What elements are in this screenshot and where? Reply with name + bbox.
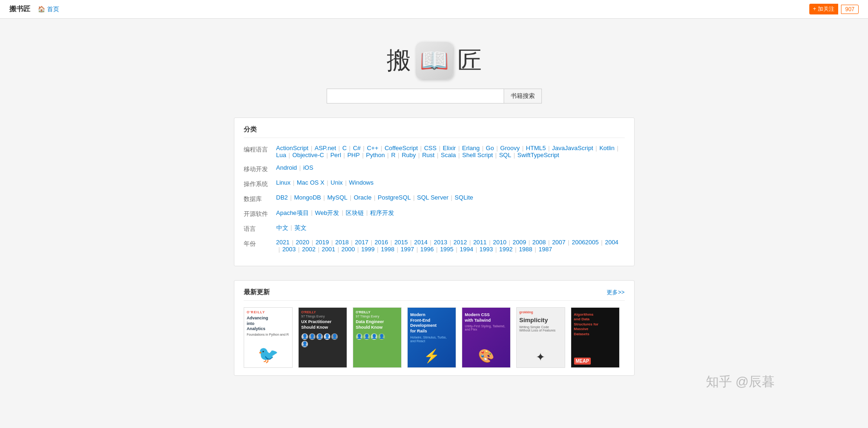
more-link[interactable]: 更多>> (607, 289, 624, 297)
lang-actionscript[interactable]: ActionScript (276, 145, 308, 152)
db-db2[interactable]: DB2 (276, 194, 288, 201)
lang-shellscript[interactable]: Shell Script (462, 152, 493, 159)
lang-html5[interactable]: HTML5 (526, 145, 546, 152)
year-2007[interactable]: 2007 (552, 239, 566, 246)
lang-kotlin[interactable]: Kotlin (599, 145, 615, 152)
book-item-7[interactable]: Algorithmsand DataStructures forMassiveD… (571, 307, 620, 368)
mobile-links: Android| iOS (276, 164, 625, 171)
lang-python[interactable]: Python (366, 152, 385, 159)
category-row-opensource: 开源软件 Apache项目| Web开发| 区块链| 程序开发 (244, 209, 625, 218)
os-progdev[interactable]: 程序开发 (370, 209, 394, 217)
category-row-programming: 编程语言 ActionScript| ASP.net| C| C#| C++| … (244, 145, 625, 159)
book1-animal-icon: 🐦 (258, 345, 279, 365)
lang-php[interactable]: PHP (347, 152, 360, 159)
year-2018[interactable]: 2018 (335, 239, 349, 246)
book-item-3[interactable]: O'REILLY 97 Things Every Data EngineerSh… (353, 307, 402, 368)
lang-erlang[interactable]: Erlang (462, 145, 480, 152)
db-sqlserver[interactable]: SQL Server (417, 194, 448, 201)
lang-ruby[interactable]: Ruby (402, 152, 416, 159)
os-windows[interactable]: Windows (349, 179, 374, 186)
year-1988[interactable]: 1988 (519, 246, 533, 253)
year-1999[interactable]: 1999 (361, 246, 375, 253)
book-item-2[interactable]: O'REILLY 97 Things Every UX Practitioner… (298, 307, 347, 368)
lang-swift[interactable]: Swift (518, 152, 531, 159)
lang-coffeescript[interactable]: CoffeeScript (384, 145, 417, 152)
db-postgresql[interactable]: PostgreSQL (378, 194, 411, 201)
year-2013[interactable]: 2013 (434, 239, 447, 246)
book-item-4[interactable]: ModernFront-EndDevelopmentfor Rails Hotw… (407, 307, 456, 368)
year-2008[interactable]: 2008 (533, 239, 546, 246)
year-2020[interactable]: 2020 (296, 239, 309, 246)
year-2017[interactable]: 2017 (355, 239, 369, 246)
lang-go[interactable]: Go (486, 145, 494, 152)
os-unix[interactable]: Unix (331, 179, 343, 186)
year-2000[interactable]: 2000 (342, 246, 355, 253)
year-2015[interactable]: 2015 (394, 239, 408, 246)
year-2001[interactable]: 2001 (322, 246, 335, 253)
lang-c[interactable]: C (342, 145, 347, 152)
lang-csharp[interactable]: C# (353, 145, 361, 152)
year-1997[interactable]: 1997 (401, 246, 414, 253)
lang-cpp[interactable]: C++ (367, 145, 378, 152)
lang-chinese[interactable]: 中文 (276, 224, 288, 232)
lang-perl[interactable]: Perl (330, 152, 341, 159)
search-button[interactable]: 书籍搜索 (504, 89, 542, 104)
os-linux[interactable]: Linux (276, 179, 291, 186)
site-name[interactable]: 搬书匠 (9, 5, 30, 14)
book-item-6[interactable]: grokking Simplicity Writing Simple CodeW… (516, 307, 565, 368)
year-2004[interactable]: 2004 (605, 239, 618, 246)
year-2010[interactable]: 2010 (493, 239, 506, 246)
year-1995[interactable]: 1995 (440, 246, 453, 253)
year-2006[interactable]: 2006 (572, 239, 585, 246)
search-input[interactable] (327, 89, 504, 104)
lang-sql[interactable]: SQL (499, 152, 511, 159)
year-1993[interactable]: 1993 (479, 246, 493, 253)
logo-char-left: 搬 (387, 44, 411, 77)
lang-elixir[interactable]: Elixir (443, 145, 456, 152)
year-1987[interactable]: 1987 (539, 246, 552, 253)
year-2021[interactable]: 2021 (276, 239, 290, 246)
year-2012[interactable]: 2012 (453, 239, 467, 246)
book6-title: Simplicity (519, 317, 562, 324)
category-label-opensource: 开源软件 (244, 209, 276, 218)
follow-button[interactable]: + 加关注 (809, 4, 838, 14)
lang-scala[interactable]: Scala (441, 152, 456, 159)
year-2011[interactable]: 2011 (473, 239, 487, 246)
db-mysql[interactable]: MySQL (327, 194, 347, 201)
home-link[interactable]: 首页 (47, 5, 59, 14)
lang-objectivec[interactable]: Objective-C (293, 152, 324, 159)
year-1998[interactable]: 1998 (381, 246, 394, 253)
lang-java[interactable]: Java (552, 145, 565, 152)
db-mongodb[interactable]: MongoDB (294, 194, 321, 201)
lang-typescript[interactable]: TypeScript (531, 152, 559, 159)
lang-groovy[interactable]: Groovy (500, 145, 520, 152)
year-2009[interactable]: 2009 (513, 239, 526, 246)
os-macosx[interactable]: Mac OS X (297, 179, 324, 186)
os-webdev[interactable]: Web开发 (315, 209, 340, 217)
lang-css[interactable]: CSS (424, 145, 437, 152)
year-1996[interactable]: 1996 (420, 246, 434, 253)
year-2019[interactable]: 2019 (315, 239, 329, 246)
book-item-1[interactable]: O'REILLY AdvancingintoAnalytics Foundati… (244, 307, 293, 368)
os-apache[interactable]: Apache项目 (276, 209, 309, 217)
year-1992[interactable]: 1992 (499, 246, 513, 253)
lang-javascript[interactable]: JavaScript (565, 145, 593, 152)
year-2014[interactable]: 2014 (414, 239, 428, 246)
lang-english[interactable]: 英文 (294, 224, 307, 232)
os-blockchain[interactable]: 区块链 (346, 209, 364, 217)
db-sqlite[interactable]: SQLite (455, 194, 473, 201)
book-item-5[interactable]: Modern CSSwith Tailwind Utility-First St… (462, 307, 511, 368)
year-2003[interactable]: 2003 (282, 246, 296, 253)
lang-rust[interactable]: Rust (422, 152, 435, 159)
category-section: 分类 编程语言 ActionScript| ASP.net| C| C#| C+… (234, 117, 635, 266)
db-oracle[interactable]: Oracle (354, 194, 371, 201)
lang-lua[interactable]: Lua (276, 152, 287, 159)
mobile-android[interactable]: Android (276, 164, 297, 171)
year-2002[interactable]: 2002 (302, 246, 315, 253)
lang-r[interactable]: R (391, 152, 395, 159)
year-2016[interactable]: 2016 (375, 239, 388, 246)
year-1994[interactable]: 1994 (460, 246, 473, 253)
mobile-ios[interactable]: iOS (303, 164, 314, 171)
lang-aspnet[interactable]: ASP.net (314, 145, 336, 152)
year-2005[interactable]: 2005 (585, 239, 599, 246)
